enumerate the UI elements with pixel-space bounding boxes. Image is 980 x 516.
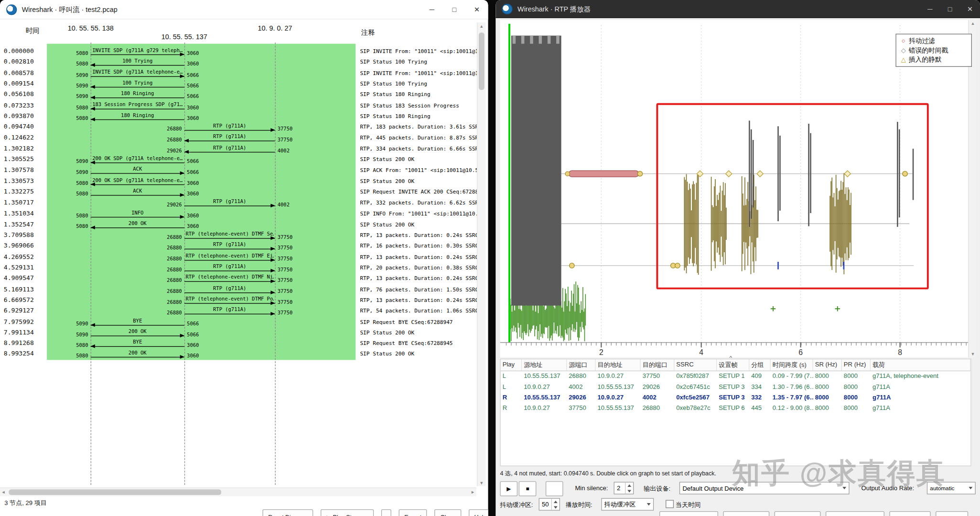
rtp-stream-row[interactable]: L10.9.0.27400210.55.55.137290260x2c67451…	[501, 382, 971, 392]
flow-arrow-line	[91, 325, 184, 325]
rtp-waveform-graph[interactable]: 2468	[500, 20, 975, 357]
table-column-header[interactable]: 时间跨度 (s)	[771, 359, 813, 371]
table-column-header[interactable]: 目的端口	[641, 359, 675, 371]
playback-timing-select[interactable]: 抖动缓冲区	[601, 498, 654, 511]
flow-row[interactable]: 8.993254200 OK50803060SIP Status 200 OK	[0, 349, 488, 360]
stepper-up-icon[interactable]	[627, 484, 631, 486]
flow-src-port: 5080	[59, 180, 88, 186]
flow-row[interactable]: 4.269552RTP (telephone-event) DTMF Ei…26…	[0, 252, 488, 263]
flow-row[interactable]: 1.307578ACK50905066SIP ACK From: "10011"…	[0, 165, 488, 176]
table-column-header[interactable]: 设置帧	[717, 359, 749, 371]
flow-row[interactable]: 6.669572RTP (telephone-event) DTMF Po…26…	[0, 295, 488, 306]
flow-row[interactable]: 0.094740RTP (g711A)2688037750RTP, 183 pa…	[0, 122, 488, 133]
bottom-button[interactable]	[936, 511, 968, 516]
help-button[interactable]: Help	[469, 509, 488, 516]
flow-row[interactable]: 6.929127RTP (g711A)2688037750RTP, 54 pac…	[0, 306, 488, 317]
close-button[interactable]: Close	[435, 509, 461, 516]
bottom-button[interactable]	[723, 511, 769, 516]
flow-row[interactable]: 1.330573200 OK SDP (g711A telephone-e…50…	[0, 176, 488, 187]
flow-row[interactable]: 0.000000INVITE SDP (g711A g729 teleph…50…	[0, 46, 488, 57]
bottom-button[interactable]	[659, 511, 718, 516]
scroll-up-icon[interactable]: ▲	[970, 21, 975, 25]
flow-row[interactable]: 0.093870180 Ringing50803060SIP Status 18…	[0, 111, 488, 122]
scroll-right-icon[interactable]: ►	[471, 490, 475, 494]
flow-row[interactable]: 1.332275ACK50803060SIP Request INVITE AC…	[0, 187, 488, 198]
flow-row[interactable]: 3.969066RTP (g711A)2688037750RTP, 16 pac…	[0, 241, 488, 252]
rtp-streams-table[interactable]: Play源地址源端口目的地址目的端口SSRC设置帧分组时间跨度 (s)SR (H…	[500, 359, 971, 466]
flow-row[interactable]: 1.305525200 OK SDP (g711A telephone-e…50…	[0, 154, 488, 165]
flow-row[interactable]: 7.975992BYE50905066SIP Request BYE CSeq:…	[0, 317, 488, 328]
table-column-header[interactable]: Play	[501, 359, 522, 371]
flow-row[interactable]: 3.709588RTP (telephone-event) DTMF Se…26…	[0, 230, 488, 241]
flow-row[interactable]: 0.124622RTP (g711A)2688037750RTP, 445 pa…	[0, 133, 488, 144]
flow-message-label: 100 Trying	[92, 58, 183, 64]
minimize-icon[interactable]: ─	[920, 0, 940, 18]
flow-comment: RTP, 445 packets. Duration: 8.87s SSR…	[360, 135, 477, 141]
stepper-down-icon[interactable]	[627, 490, 631, 492]
flow-diagram[interactable]: 0.000000INVITE SDP (g711A g729 teleph…50…	[0, 0, 488, 516]
scrollbar-thumb[interactable]	[479, 32, 485, 90]
export-button[interactable]: Export	[399, 509, 427, 516]
reset-diagram-button[interactable]: Reset Diagram	[262, 509, 313, 516]
plot-scrollbar[interactable]: ▲ ▼	[968, 20, 976, 357]
scroll-left-icon[interactable]: ◄	[1, 490, 6, 494]
maximize-icon[interactable]: □	[940, 0, 960, 18]
flow-row[interactable]: 0.009154100 Trying50905066SIP Status 100…	[0, 79, 488, 90]
bottom-button[interactable]	[826, 511, 884, 516]
flow-row[interactable]: 1.350717RTP (g711A)290264002RTP, 332 pac…	[0, 198, 488, 209]
table-column-header[interactable]: 目的地址	[596, 359, 641, 371]
table-column-header[interactable]: 载荷	[871, 359, 970, 371]
flow-row[interactable]: 4.909547RTP (telephone-event) DTMF Ni…26…	[0, 273, 488, 284]
stepper-up-icon[interactable]	[554, 500, 558, 503]
bottom-button[interactable]	[775, 511, 821, 516]
play-button[interactable]: ▶	[500, 481, 517, 496]
scroll-down-icon[interactable]: ▼	[970, 352, 975, 356]
time-of-day-checkbox[interactable]	[666, 500, 674, 508]
table-column-header[interactable]: 源端口	[567, 359, 595, 371]
jitter-buffer-stepper[interactable]: 50	[539, 498, 560, 511]
flow-row[interactable]: 0.008578INVITE SDP (g711A telephone-e…50…	[0, 68, 488, 79]
table-column-header[interactable]: PR (Hz)	[842, 359, 871, 371]
flow-row[interactable]: 7.991134200 OK50905066SIP Status 200 OK	[0, 327, 488, 338]
table-column-header[interactable]: SSRC	[674, 359, 717, 371]
table-column-header[interactable]: 分组	[749, 359, 770, 371]
flow-row[interactable]: 0.073233183 Session Progress SDP (g71…50…	[0, 100, 488, 111]
flow-row[interactable]: 1.351034INFO50803060SIP INFO From: "1001…	[0, 208, 488, 219]
output-device-select[interactable]: Default Output Device	[679, 482, 850, 494]
export-dropdown-button[interactable]	[381, 509, 391, 516]
flow-row[interactable]: 1.302182RTP (g711A)290264002RTP, 334 pac…	[0, 143, 488, 154]
bottom-button[interactable]	[889, 511, 930, 516]
output-rate-select[interactable]: automatic	[927, 482, 976, 494]
close-icon[interactable]: ✕	[960, 0, 980, 18]
stop-button[interactable]: ■	[519, 481, 537, 496]
scroll-down-icon[interactable]: ▼	[479, 481, 484, 485]
flow-row[interactable]: 0.056108180 Ringing50905066SIP Status 18…	[0, 89, 488, 100]
chevron-down-icon	[842, 487, 846, 489]
scroll-up-icon[interactable]: ▲	[479, 24, 484, 28]
table-header-row[interactable]: Play源地址源端口目的地址目的端口SSRC设置帧分组时间跨度 (s)SR (H…	[501, 359, 971, 371]
table-column-header[interactable]: SR (Hz)	[813, 359, 842, 371]
stepper-down-icon[interactable]	[554, 506, 558, 508]
flow-row-time: 1.332275	[4, 188, 34, 195]
pause-button[interactable]	[546, 481, 563, 496]
flow-row-time: 6.929127	[4, 307, 34, 313]
flow-row[interactable]: 4.529131RTP (g711A)2688037750RTP, 20 pac…	[0, 262, 488, 273]
flow-arrow-line	[91, 216, 184, 217]
flow-row[interactable]: 1.352547200 OK50803060SIP Status 200 OK	[0, 219, 488, 230]
rtp-stream-row[interactable]: R10.55.55.1372902610.9.0.2740020xfc5e256…	[501, 392, 971, 403]
scrollbar-thumb[interactable]	[9, 489, 221, 495]
flow-row[interactable]: 0.002810100 Trying50803060SIP Status 100…	[0, 57, 488, 68]
rtp-player-titlebar[interactable]: Wireshark · RTP 播放器 ─ □ ✕	[495, 0, 980, 18]
vertical-scrollbar[interactable]: ▲ ▼	[477, 22, 485, 486]
min-silence-stepper[interactable]: 2	[614, 482, 634, 494]
horizontal-scrollbar[interactable]: ◄ ►	[0, 487, 476, 496]
sort-indicator[interactable]: ^	[729, 355, 732, 361]
flow-row[interactable]: 8.991268BYE50803060SIP Request BYE CSeq:…	[0, 338, 488, 349]
flow-dst-port: 4002	[278, 202, 290, 208]
rtp-stream-row[interactable]: R10.9.0.273775010.55.55.137268800xeb78e2…	[501, 403, 971, 414]
flow-row-time: 1.351034	[4, 210, 34, 216]
play-streams-button[interactable]: ▶Play Streams	[321, 509, 374, 516]
flow-row[interactable]: 5.169113RTP (g711A)2688037750RTP, 76 pac…	[0, 284, 488, 295]
table-column-header[interactable]: 源地址	[522, 359, 567, 371]
rtp-stream-row[interactable]: L10.55.55.1372688010.9.0.27377500x785f02…	[501, 371, 971, 382]
